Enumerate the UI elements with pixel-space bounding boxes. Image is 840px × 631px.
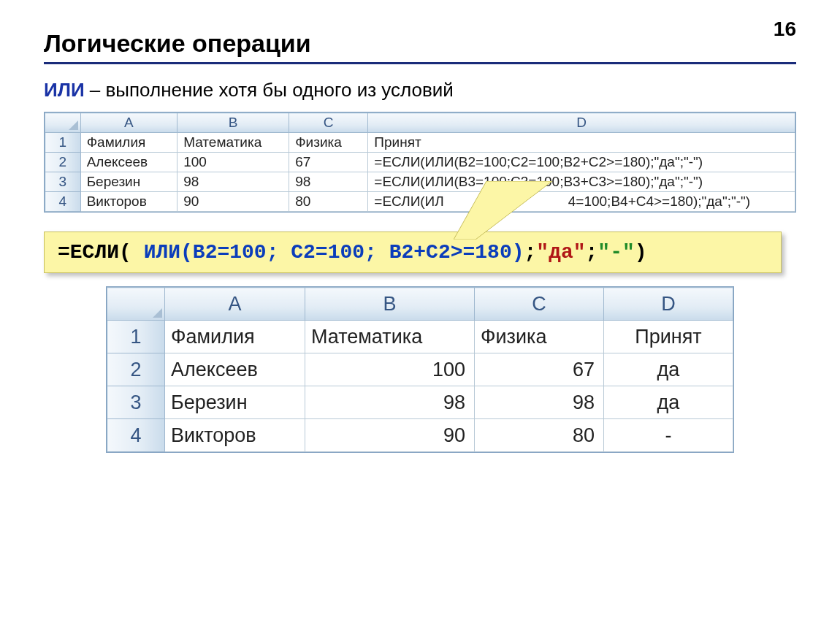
row-header[interactable]: 2 (45, 153, 81, 172)
row-header[interactable]: 3 (107, 386, 165, 419)
formula-yes: "да" (536, 241, 585, 264)
table-row: 1 Фамилия Математика Физика Принят (107, 321, 733, 353)
excel-formula-table: A B C D 1 Фамилия Математика Физика Прин… (45, 112, 795, 212)
col-header-a[interactable]: A (165, 288, 305, 321)
title-underline (44, 62, 796, 64)
row-header[interactable]: 4 (107, 419, 165, 452)
row-header[interactable]: 3 (45, 172, 81, 192)
table-row: 3 Березин 98 98 =ЕСЛИ(ИЛИ(B3=100;C3=100;… (45, 172, 795, 192)
table-row: 1 Фамилия Математика Физика Принят (45, 133, 795, 153)
cell[interactable]: Принят (604, 321, 733, 353)
formula-callout: =ЕСЛИ( ИЛИ(B2=100; C2=100; B2+C2>=180);"… (44, 232, 782, 273)
column-header-row: A B C D (107, 288, 733, 321)
formula-sep: ; (586, 241, 598, 264)
cell[interactable]: 90 (305, 419, 475, 452)
keyword-ili: ИЛИ (44, 79, 85, 101)
cell[interactable]: Физика (475, 321, 604, 353)
cell[interactable]: Березин (165, 386, 305, 419)
cell[interactable]: =ЕСЛИ(ИЛИ(B2=100;C2=100;B2+C2>=180);"да"… (368, 153, 795, 172)
cell[interactable]: Викторов (165, 419, 305, 452)
cell[interactable]: - (604, 419, 733, 452)
cell[interactable]: Викторов (80, 192, 177, 212)
col-header-c[interactable]: C (475, 288, 604, 321)
cell-suffix: 4=100;B4+C4>=180);"да";"-") (568, 194, 750, 209)
formula-suffix: ) (635, 241, 647, 264)
excel-formula-table-wrap: A B C D 1 Фамилия Математика Физика Прин… (44, 112, 796, 213)
formula-mid: ; (524, 241, 537, 264)
table-row: 4 Викторов 90 80 - (107, 419, 733, 452)
subtitle: ИЛИ – выполнение хотя бы одного из услов… (44, 79, 796, 102)
cell[interactable]: да (604, 386, 733, 419)
cell[interactable]: Принят (368, 133, 795, 153)
col-header-d[interactable]: D (604, 288, 733, 321)
formula-no: "-" (597, 241, 634, 264)
cell-prefix: =ЕСЛИ(ИЛ (374, 194, 443, 209)
select-all-corner[interactable] (107, 288, 165, 321)
column-header-row: A B C D (45, 113, 795, 133)
table-row: 2 Алексеев 100 67 да (107, 353, 733, 386)
cell[interactable]: Березин (80, 172, 177, 192)
slide-title: Логические операции (44, 29, 796, 58)
row-header[interactable]: 1 (45, 133, 81, 153)
cell[interactable]: 100 (305, 353, 475, 386)
cell[interactable]: Математика (177, 133, 289, 153)
cell[interactable]: 98 (177, 172, 289, 192)
cell[interactable]: 98 (305, 386, 475, 419)
cell[interactable]: Фамилия (165, 321, 305, 353)
cell-with-callout-occlusion[interactable]: =ЕСЛИ(ИЛ4=100;B4+C4>=180);"да";"-") (368, 192, 795, 212)
cell[interactable]: =ЕСЛИ(ИЛИ(B3=100;C3=100;B3+C3>=180);"да"… (368, 172, 795, 192)
subtitle-rest: – выполнение хотя бы одного из условий (85, 79, 454, 101)
table-row: 3 Березин 98 98 да (107, 386, 733, 419)
excel-result-table-wrap: A B C D 1 Фамилия Математика Физика Прин… (106, 286, 734, 453)
cell[interactable]: 67 (475, 353, 604, 386)
cell[interactable]: 100 (177, 153, 289, 172)
table-row: 2 Алексеев 100 67 =ЕСЛИ(ИЛИ(B2=100;C2=10… (45, 153, 795, 172)
table-row: 4 Викторов 90 80 =ЕСЛИ(ИЛ4=100;B4+C4>=18… (45, 192, 795, 212)
cell[interactable]: Фамилия (80, 133, 177, 153)
cell[interactable]: Математика (305, 321, 475, 353)
cell[interactable]: да (604, 353, 733, 386)
cell[interactable]: 98 (475, 386, 604, 419)
page-number: 16 (774, 18, 796, 41)
cell[interactable]: 67 (289, 153, 368, 172)
cell[interactable]: Алексеев (165, 353, 305, 386)
cell[interactable]: Физика (289, 133, 368, 153)
row-header[interactable]: 1 (107, 321, 165, 353)
col-header-a[interactable]: A (80, 113, 177, 133)
cell[interactable]: 90 (177, 192, 289, 212)
col-header-d[interactable]: D (368, 113, 795, 133)
cell[interactable]: 80 (475, 419, 604, 452)
row-header[interactable]: 4 (45, 192, 81, 212)
cell[interactable]: 98 (289, 172, 368, 192)
select-all-corner[interactable] (45, 113, 81, 133)
col-header-c[interactable]: C (289, 113, 368, 133)
formula-prefix: =ЕСЛИ( (58, 241, 144, 264)
col-header-b[interactable]: B (305, 288, 475, 321)
col-header-b[interactable]: B (177, 113, 289, 133)
row-header[interactable]: 2 (107, 353, 165, 386)
cell[interactable]: Алексеев (80, 153, 177, 172)
excel-result-table: A B C D 1 Фамилия Математика Физика Прин… (107, 287, 733, 452)
cell[interactable]: 80 (289, 192, 368, 212)
formula-or: ИЛИ(B2=100; C2=100; B2+C2>=180) (144, 241, 524, 264)
